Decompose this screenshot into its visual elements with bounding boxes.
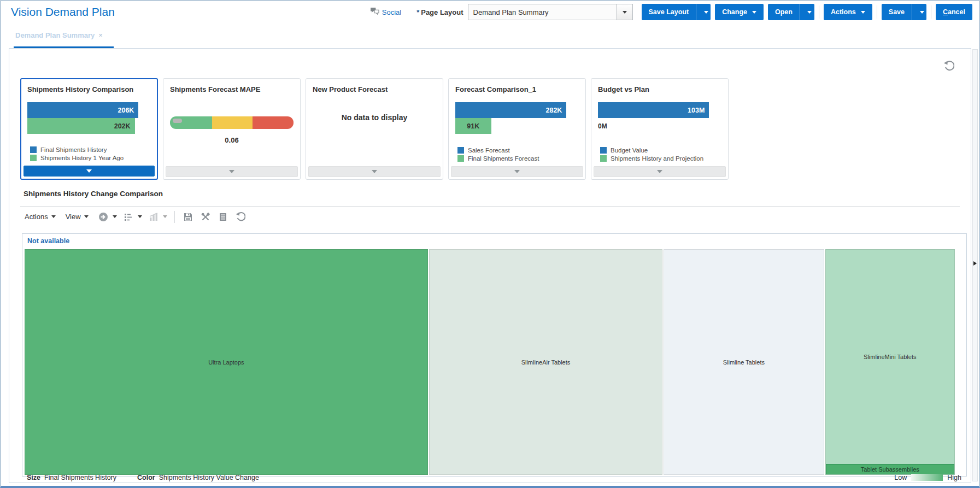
page-title: Vision Demand Plan — [11, 5, 115, 19]
button-group-divider — [877, 5, 877, 19]
tile-expander-button[interactable] — [451, 166, 583, 177]
legend-item: Budget Value — [600, 147, 703, 154]
bar-value-label: 282K — [546, 107, 567, 114]
legend-label: Sales Forecast — [468, 147, 510, 154]
treemap-status: Not available — [22, 234, 966, 245]
actions-button[interactable]: Actions — [824, 4, 872, 20]
chevron-down-icon — [229, 170, 234, 173]
treemap-node-label: SlimlineAir Tablets — [521, 359, 571, 366]
header-actions: Social *Page Layout Demand Plan Summary … — [370, 4, 972, 20]
treemap-node-slimline-tablets[interactable]: Slimline Tablets — [664, 249, 824, 475]
tile-budget-vs-plan[interactable]: Budget vs Plan 103M 0M Budget Value Ship… — [591, 78, 729, 180]
chevron-down-icon — [704, 11, 708, 14]
tile-new-product-forecast[interactable]: New Product Forecast No data to display — [306, 78, 443, 180]
bar-value-label: 91K — [467, 122, 479, 130]
size-value: Final Shipments History — [44, 474, 116, 481]
splitter-expand-icon[interactable] — [973, 261, 977, 266]
no-data-message: No data to display — [313, 113, 436, 122]
treemap-node-label: Slimline Tablets — [723, 359, 765, 366]
tile-title: Shipments Forecast MAPE — [170, 85, 294, 93]
page-layout-select[interactable]: Demand Plan Summary — [468, 4, 633, 20]
bar-value-label: 202K — [114, 122, 135, 130]
treemap-node-label-area: SlimlineMini Tablets — [826, 250, 954, 464]
open-button[interactable]: Open — [768, 4, 800, 20]
chart-toolbar: Actions View — [20, 206, 960, 227]
legend-swatch — [457, 147, 464, 154]
legend-swatch — [30, 155, 37, 161]
treemap-node-slimlinemini-tablets[interactable]: SlimlineMini Tablets Tablet Subassemblie… — [825, 249, 955, 475]
open-split-button: Open — [768, 4, 814, 20]
save-layout-split-button: Save Layout — [642, 4, 711, 20]
save-button[interactable]: Save — [882, 4, 912, 20]
chevron-down-icon — [752, 11, 756, 14]
gauge-segment-yellow — [212, 116, 253, 129]
refresh-icon[interactable] — [234, 211, 247, 223]
tile-bar-chart: 282K 91K — [455, 102, 579, 134]
gauge-value: 0.06 — [170, 136, 294, 144]
legend-swatch — [457, 155, 464, 162]
legend-label: Budget Value — [611, 147, 648, 154]
legend-label: Shipments History and Projection — [611, 155, 703, 162]
tile-forecast-comparison-1[interactable]: Forecast Comparison_1 282K 91K Sales For… — [448, 78, 586, 180]
button-group-divider — [931, 5, 931, 19]
tile-expander-button[interactable] — [166, 166, 298, 177]
actions-button-group: Actions — [824, 4, 872, 20]
toolbar-view-menu[interactable]: View — [66, 213, 89, 221]
toolbar-divider — [174, 211, 175, 223]
legend-item: Shipments History and Projection — [600, 155, 703, 162]
tile-shipments-forecast-mape[interactable]: Shipments Forecast MAPE 0.06 — [163, 78, 301, 180]
bar-shipments-history-1yr: 202K — [27, 118, 135, 134]
bar-value-label: 206K — [118, 107, 139, 114]
tile-expander-button[interactable] — [308, 166, 441, 177]
treemap-node-slimlineair-tablets[interactable]: SlimlineAir Tablets — [429, 249, 662, 475]
toolbar-compare-menu — [148, 211, 167, 223]
tab-demand-plan-summary[interactable]: Demand Plan Summary× — [15, 31, 103, 39]
bar-final-shipments-history: 206K — [27, 102, 138, 118]
bar-value-label: 103M — [688, 107, 709, 114]
treemap-node-ultra-laptops[interactable]: Ultra Laptops — [25, 249, 428, 475]
customize-tools-icon[interactable] — [199, 211, 212, 223]
cancel-button[interactable]: Cancel — [936, 4, 972, 20]
display-format-icon — [122, 211, 134, 223]
tab-close-icon[interactable]: × — [98, 31, 103, 39]
page-layout-value: Demand Plan Summary — [468, 4, 617, 20]
tile-expander-button[interactable] — [24, 166, 155, 177]
save-split-button: Save — [882, 4, 926, 20]
treemap-node-label: SlimlineMini Tablets — [864, 354, 916, 360]
drill-arrow-icon — [97, 211, 109, 223]
treemap-footer: Size Final Shipments History Color Shipm… — [27, 473, 961, 482]
open-dropdown-button[interactable] — [800, 4, 814, 20]
color-label: Color — [137, 474, 155, 481]
save-layout-dropdown-button[interactable] — [696, 4, 711, 20]
tab-bar: Demand Plan Summary× — [1, 23, 979, 48]
tile-legend: Final Shipments History Shipments Histor… — [30, 145, 124, 161]
treemap-node-label: Ultra Laptops — [208, 359, 244, 366]
compare-icon — [148, 211, 160, 223]
toolbar-display-format-menu[interactable] — [122, 211, 142, 223]
tile-expander-button[interactable] — [594, 166, 726, 177]
save-dropdown-button[interactable] — [912, 4, 926, 20]
save-layout-button[interactable]: Save Layout — [642, 4, 696, 20]
high-label: High — [947, 474, 961, 481]
mape-gauge — [170, 116, 294, 129]
page-layout-dropdown-button[interactable] — [617, 4, 632, 20]
chevron-down-icon — [623, 11, 627, 14]
save-icon[interactable] — [182, 211, 194, 223]
bar-budget-value: 103M — [598, 102, 709, 118]
legend-item: Shipments History 1 Year Ago — [30, 155, 124, 161]
legend-swatch — [30, 146, 37, 153]
chevron-down-icon — [86, 169, 92, 173]
toolbar-actions-menu[interactable]: Actions — [25, 213, 56, 221]
social-link[interactable]: Social — [370, 7, 401, 17]
legend-item: Sales Forecast — [457, 147, 539, 154]
toolbar-drill-menu[interactable] — [97, 211, 117, 223]
tile-shipments-history-comparison[interactable]: Shipments History Comparison 206K 202K F… — [20, 78, 158, 180]
button-group-divider — [819, 5, 819, 19]
change-button[interactable]: Change — [715, 4, 764, 20]
color-gradient-bar — [911, 474, 943, 481]
chevron-down-icon — [51, 215, 56, 218]
reset-layout-icon[interactable] — [943, 61, 954, 74]
app-header: Vision Demand Plan Social *Page Layout D… — [1, 1, 979, 23]
tile-title: Budget vs Plan — [598, 85, 721, 93]
table-view-icon[interactable] — [217, 211, 229, 223]
